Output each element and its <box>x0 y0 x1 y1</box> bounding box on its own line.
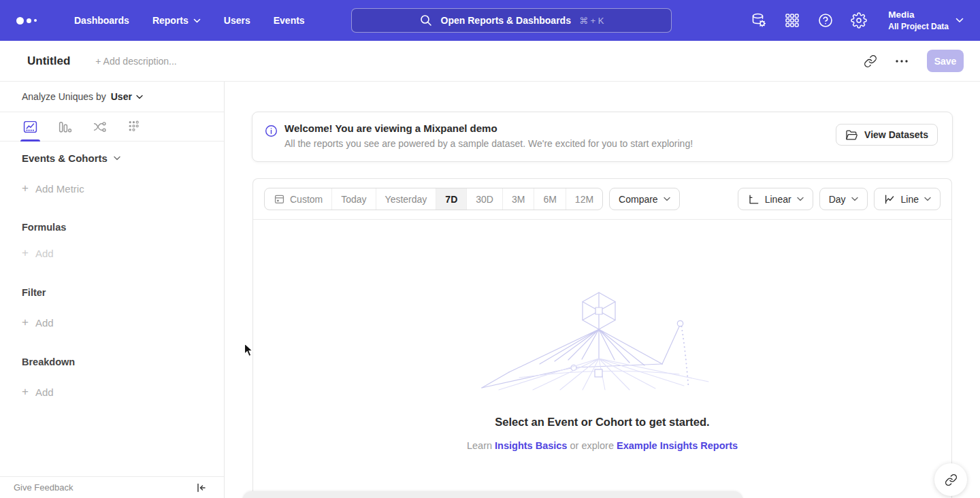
analyze-prefix-label: Analyze Uniques by <box>22 91 106 102</box>
mixpanel-logo[interactable] <box>16 17 41 24</box>
range-6m[interactable]: 6M <box>534 188 566 210</box>
save-button[interactable]: Save <box>927 50 964 72</box>
banner-title: Welcome! You are viewing a Mixpanel demo <box>284 122 693 134</box>
plus-icon: + <box>22 246 29 260</box>
nav-dashboards[interactable]: Dashboards <box>63 0 141 41</box>
query-builder-sidebar: Analyze Uniques by User <box>0 82 225 498</box>
plus-icon: + <box>22 316 29 329</box>
project-name: Media <box>888 9 949 21</box>
range-3m[interactable]: 3M <box>503 188 534 210</box>
chevron-down-icon <box>851 197 858 201</box>
primary-nav: Dashboards Reports Users Events <box>63 0 316 41</box>
nav-reports[interactable]: Reports <box>141 0 212 41</box>
give-feedback-link[interactable]: Give Feedback <box>14 482 73 493</box>
main-content: Welcome! You are viewing a Mixpanel demo… <box>225 82 980 498</box>
plus-icon: + <box>22 385 29 399</box>
report-title[interactable]: Untitled <box>27 54 70 68</box>
tab-flows[interactable] <box>91 112 108 141</box>
breakdown-section-label: Breakdown <box>22 356 75 367</box>
flows-tab-icon <box>93 120 107 134</box>
chevron-down-icon <box>193 18 201 23</box>
link-icon <box>945 474 958 486</box>
sidebar-footer: Give Feedback <box>0 476 224 498</box>
empty-state: Select an Event or Cohort to get started… <box>253 220 951 451</box>
tab-bar-chart[interactable] <box>56 112 74 141</box>
insights-basics-link[interactable]: Insights Basics <box>495 440 567 451</box>
chevron-down-icon <box>797 197 804 201</box>
range-7d[interactable]: 7D <box>436 188 467 210</box>
report-header: Untitled + Add description... Save <box>0 41 980 82</box>
filter-section-label: Filter <box>22 287 46 298</box>
chevron-down-icon <box>956 18 964 23</box>
chart-controls: Custom Today Yesterday 7D 30D 3M 6M 12M … <box>253 179 951 220</box>
topnav-right: Media All Project Data <box>751 9 964 32</box>
report-chart-card: Custom Today Yesterday 7D 30D 3M 6M 12M … <box>252 178 952 498</box>
tab-retention[interactable] <box>126 112 143 141</box>
range-custom[interactable]: Custom <box>265 188 332 210</box>
chart-type-dropdown[interactable]: Line <box>874 188 941 210</box>
banner-subtitle: All the reports you see are powered by a… <box>284 138 693 149</box>
retention-tab-icon <box>127 120 142 134</box>
compare-dropdown[interactable]: Compare <box>609 188 680 210</box>
add-metric-button[interactable]: + Add Metric <box>22 182 84 195</box>
plus-icon: + <box>22 182 29 195</box>
range-12m[interactable]: 12M <box>566 188 602 210</box>
add-breakdown-button[interactable]: + Add <box>22 385 54 399</box>
global-search[interactable]: Open Reports & Dashboards ⌘ + K <box>351 8 672 33</box>
range-30d[interactable]: 30D <box>467 188 503 210</box>
bottom-panel-edge <box>242 491 743 498</box>
help-icon[interactable] <box>817 12 834 29</box>
visualization-tabs <box>0 112 224 142</box>
scale-dropdown[interactable]: Linear <box>738 188 813 210</box>
ellipsis-icon <box>896 60 908 63</box>
line-chart-tab-icon <box>23 120 37 134</box>
chevron-down-icon <box>924 197 931 201</box>
top-navigation-bar: Dashboards Reports Users Events Open Rep… <box>0 0 980 41</box>
bar-chart-tab-icon <box>58 120 72 134</box>
project-selector[interactable]: Media All Project Data <box>888 9 964 32</box>
analyze-row: Analyze Uniques by User <box>0 82 224 112</box>
info-icon <box>265 124 278 137</box>
copy-link-button[interactable] <box>859 50 882 73</box>
search-shortcut: ⌘ + K <box>579 16 604 26</box>
events-cohorts-section[interactable]: Events & Cohorts <box>22 152 120 164</box>
link-icon <box>864 54 877 68</box>
chevron-down-icon <box>136 95 143 99</box>
range-yesterday[interactable]: Yesterday <box>376 188 437 210</box>
add-filter-button[interactable]: + Add <box>22 316 54 329</box>
chevron-down-icon <box>664 197 670 201</box>
demo-welcome-banner: Welcome! You are viewing a Mixpanel demo… <box>252 112 953 162</box>
date-range-control: Custom Today Yesterday 7D 30D 3M 6M 12M <box>264 188 603 210</box>
apps-grid-icon[interactable] <box>784 12 800 29</box>
formulas-section-label: Formulas <box>22 222 66 233</box>
nav-users[interactable]: Users <box>212 0 262 41</box>
empty-state-heading: Select an Event or Cohort to get started… <box>495 416 709 429</box>
collapse-left-icon <box>195 482 206 493</box>
search-icon <box>419 14 433 27</box>
example-insights-reports-link[interactable]: Example Insights Reports <box>617 440 738 451</box>
line-chart-icon <box>883 193 896 205</box>
interval-dropdown[interactable]: Day <box>819 188 868 210</box>
analyze-by-dropdown[interactable]: User <box>111 91 143 102</box>
settings-gear-icon[interactable] <box>851 12 867 29</box>
calendar-icon <box>274 193 285 205</box>
floating-link-button[interactable] <box>934 463 967 496</box>
folder-icon <box>845 129 858 142</box>
data-management-icon[interactable] <box>751 12 767 29</box>
chevron-down-icon <box>114 156 120 161</box>
add-description-field[interactable]: + Add description... <box>95 56 176 67</box>
search-label: Open Reports & Dashboards <box>441 15 571 26</box>
view-datasets-button[interactable]: View Datasets <box>836 124 938 146</box>
collapse-sidebar-button[interactable] <box>195 482 206 493</box>
empty-state-links: Learn Insights Basics or explore Example… <box>467 440 738 451</box>
add-formula-button[interactable]: + Add <box>22 246 54 260</box>
empty-state-illustration <box>472 288 734 391</box>
more-options-button[interactable] <box>890 50 913 73</box>
tab-insights[interactable] <box>22 112 39 141</box>
range-today[interactable]: Today <box>332 188 376 210</box>
nav-events[interactable]: Events <box>262 0 316 41</box>
linear-scale-icon <box>747 193 760 205</box>
project-scope: All Project Data <box>888 21 949 32</box>
chart-display-controls: Linear Day Line <box>738 188 941 210</box>
